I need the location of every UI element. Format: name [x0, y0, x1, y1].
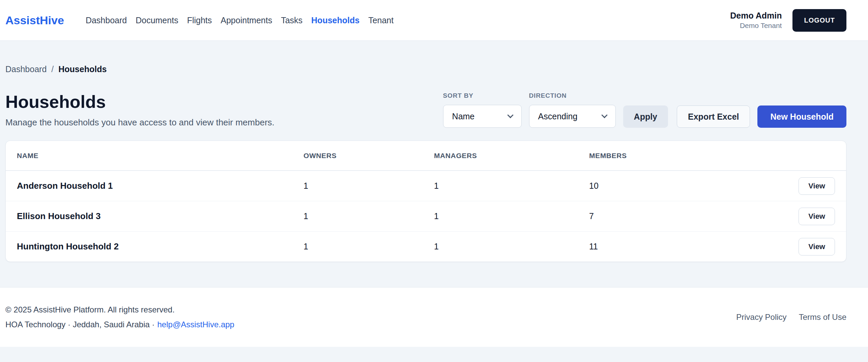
column-header-members: MEMBERS — [589, 152, 835, 160]
main-nav: Dashboard Documents Flights Appointments… — [86, 16, 394, 25]
members-count: 7 — [589, 211, 799, 221]
export-excel-button[interactable]: Export Excel — [677, 105, 750, 128]
sort-by-select[interactable]: Name — [443, 105, 522, 128]
terms-of-use-link[interactable]: Terms of Use — [799, 312, 846, 322]
column-header-name: NAME — [17, 152, 303, 160]
user-name: Demo Admin — [730, 10, 782, 21]
footer: © 2025 AssistHive Platform. All rights r… — [0, 287, 868, 347]
sort-by-value: Name — [452, 112, 475, 121]
company-info: HOA Technology · Jeddah, Saudi Arabia ·h… — [5, 320, 234, 329]
top-navigation: AssistHive Dashboard Documents Flights A… — [0, 0, 868, 41]
chevron-down-icon — [507, 112, 513, 118]
table-header-row: NAME OWNERS MANAGERS MEMBERS — [6, 141, 846, 171]
logout-button[interactable]: LOGOUT — [792, 9, 846, 32]
view-button[interactable]: View — [799, 238, 835, 255]
owners-count: 1 — [303, 211, 434, 221]
view-button[interactable]: View — [799, 208, 835, 225]
brand-logo[interactable]: AssistHive — [5, 14, 64, 27]
list-controls: SORT BY Name DIRECTION Ascending Apply E… — [443, 92, 846, 128]
managers-count: 1 — [434, 242, 589, 251]
column-header-owners: OWNERS — [303, 152, 434, 160]
direction-label: DIRECTION — [529, 92, 616, 99]
user-tenant: Demo Tenant — [730, 21, 782, 30]
apply-button[interactable]: Apply — [623, 105, 668, 128]
table-row: Ellison Household 3 1 1 7 View — [6, 201, 846, 231]
privacy-policy-link[interactable]: Privacy Policy — [736, 312, 786, 322]
company-text: HOA Technology · Jeddah, Saudi Arabia · — [5, 320, 155, 329]
nav-item-households[interactable]: Households — [311, 16, 359, 25]
household-name: Ellison Household 3 — [17, 211, 303, 221]
household-name: Huntington Household 2 — [17, 241, 303, 252]
direction-value: Ascending — [538, 112, 578, 121]
page-subtitle: Manage the households you have access to… — [5, 117, 274, 128]
support-email-link[interactable]: help@AssistHive.app — [157, 320, 234, 329]
copyright-text: © 2025 AssistHive Platform. All rights r… — [5, 305, 234, 314]
page-title: Households — [5, 92, 274, 112]
new-household-button[interactable]: New Household — [757, 105, 846, 128]
footer-links: Privacy Policy Terms of Use — [736, 312, 846, 322]
managers-count: 1 — [434, 181, 589, 191]
breadcrumb-current: Households — [58, 64, 107, 74]
page-header: Households Manage the households you hav… — [5, 92, 846, 128]
main-content: Dashboard / Households Households Manage… — [0, 41, 868, 287]
nav-item-tenant[interactable]: Tenant — [368, 16, 394, 25]
members-count: 11 — [589, 242, 799, 251]
nav-item-flights[interactable]: Flights — [187, 16, 212, 25]
households-table-card: NAME OWNERS MANAGERS MEMBERS Anderson Ho… — [5, 141, 846, 262]
managers-count: 1 — [434, 211, 589, 221]
breadcrumb-dashboard-link[interactable]: Dashboard — [5, 64, 47, 74]
chevron-down-icon — [601, 112, 607, 118]
owners-count: 1 — [303, 181, 434, 191]
owners-count: 1 — [303, 242, 434, 251]
household-name: Anderson Household 1 — [17, 181, 303, 191]
breadcrumb-separator: / — [51, 64, 54, 74]
breadcrumb: Dashboard / Households — [5, 41, 846, 74]
table-row: Huntington Household 2 1 1 11 View — [6, 231, 846, 262]
view-button[interactable]: View — [799, 177, 835, 195]
sort-by-label: SORT BY — [443, 92, 522, 99]
nav-item-tasks[interactable]: Tasks — [281, 16, 302, 25]
members-count: 10 — [589, 181, 799, 191]
nav-item-dashboard[interactable]: Dashboard — [86, 16, 127, 25]
direction-select[interactable]: Ascending — [529, 105, 616, 128]
nav-item-appointments[interactable]: Appointments — [221, 16, 272, 25]
nav-item-documents[interactable]: Documents — [136, 16, 178, 25]
table-row: Anderson Household 1 1 1 10 View — [6, 171, 846, 201]
user-info: Demo Admin Demo Tenant — [730, 10, 782, 30]
column-header-managers: MANAGERS — [434, 152, 589, 160]
